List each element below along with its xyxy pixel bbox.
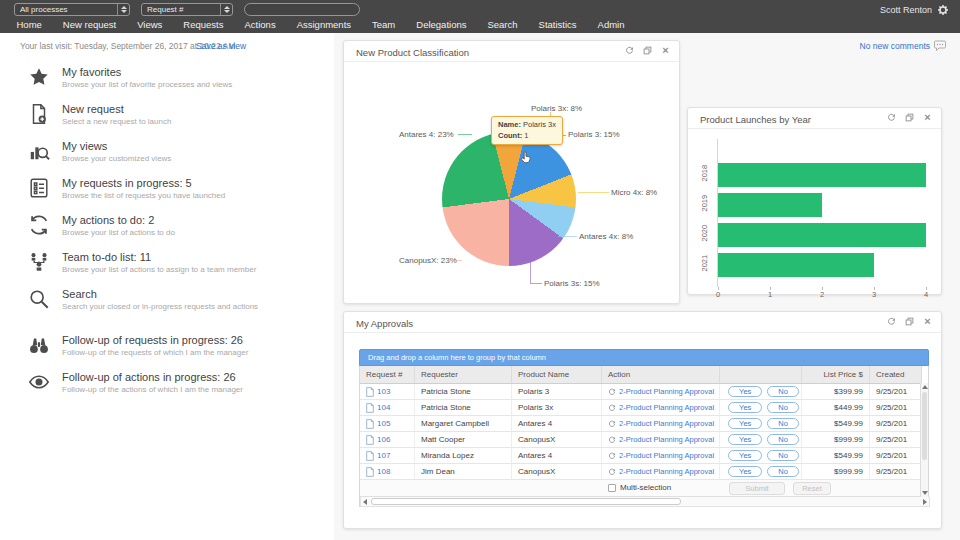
yes-button[interactable]: Yes — [728, 402, 762, 413]
request-link[interactable]: 106 — [377, 432, 390, 447]
price-cell: $449.99 — [802, 400, 870, 415]
nav-admin[interactable]: Admin — [587, 19, 635, 30]
table-row[interactable]: 104Patricia StonePolaris 3x2-Product Pla… — [360, 400, 922, 416]
bar-chart-panel: Product Launches by Year × 2018201920202… — [687, 107, 942, 295]
sidebar-item-star[interactable]: My favoritesBrowse your list of favorite… — [28, 66, 328, 90]
sidebar-item-subtitle: Browse your list of actions to assign to… — [62, 264, 256, 275]
column-header-action[interactable]: Action — [602, 366, 720, 383]
action-link[interactable]: 2-Product Planning Approval — [619, 464, 714, 479]
yes-button[interactable]: Yes — [728, 434, 762, 445]
sidebar-item-binoculars[interactable]: Follow-up of requests in progress: 26Fol… — [28, 334, 328, 358]
table-row[interactable]: 108Jim DeanCanopusX2-Product Planning Ap… — [360, 464, 922, 480]
sidebar-item-refresh[interactable]: My actions to do: 2Browse your list of a… — [28, 214, 328, 238]
sidebar-item-new-document[interactable]: New requestSelect a new request to launc… — [28, 103, 328, 127]
request-number-input[interactable] — [244, 3, 360, 16]
process-filter-select[interactable]: All processes — [14, 3, 130, 16]
request-link[interactable]: 103 — [377, 384, 390, 399]
table-row[interactable]: 103Patricia StonePolaris 32-Product Plan… — [360, 384, 922, 400]
save-as-view-link[interactable]: Save as view — [196, 41, 246, 51]
scroll-right-arrow[interactable] — [923, 499, 927, 505]
popout-icon[interactable] — [643, 46, 652, 55]
nav-assignments[interactable]: Assignments — [286, 19, 361, 30]
table-row[interactable]: 107Miranda LopezAntares 42-Product Plann… — [360, 448, 922, 464]
sidebar-item-chart-magnifier[interactable]: My viewsBrowse your customized views — [28, 140, 328, 164]
pie-slice-label: Antares 4x: 8% — [579, 232, 633, 241]
request-link[interactable]: 104 — [377, 400, 390, 415]
nav-statistics[interactable]: Statistics — [528, 19, 587, 30]
nav-team[interactable]: Team — [362, 19, 406, 30]
scroll-left-arrow[interactable] — [363, 499, 367, 505]
yes-button[interactable]: Yes — [728, 466, 762, 477]
popout-icon[interactable] — [905, 317, 914, 326]
scroll-up-arrow[interactable] — [922, 385, 928, 389]
action-cell: 2-Product Planning Approval — [602, 448, 720, 463]
column-header-list-price-[interactable]: List Price $ — [802, 366, 870, 383]
close-icon[interactable]: × — [661, 46, 670, 55]
request-link[interactable]: 105 — [377, 416, 390, 431]
sidebar-item-checklist[interactable]: My requests in progress: 5Browse the lis… — [28, 177, 328, 201]
vertical-scroll-thumb[interactable] — [922, 392, 927, 460]
request-link[interactable]: 107 — [377, 448, 390, 463]
search-field-value: Request # — [147, 5, 183, 14]
yes-button[interactable]: Yes — [728, 450, 762, 461]
group-by-drop-zone[interactable]: Drag and drop a column here to group by … — [359, 349, 929, 366]
no-button[interactable]: No — [767, 434, 799, 445]
pie-chart[interactable] — [442, 132, 576, 266]
action-link[interactable]: 2-Product Planning Approval — [619, 384, 714, 399]
nav-views[interactable]: Views — [127, 19, 173, 30]
request-id-cell: 106 — [360, 432, 415, 447]
nav-new-request[interactable]: New request — [52, 19, 126, 30]
nav-delegations[interactable]: Delegations — [406, 19, 477, 30]
column-header-decision[interactable] — [720, 366, 802, 383]
request-link[interactable]: 108 — [377, 464, 390, 479]
action-link[interactable]: 2-Product Planning Approval — [619, 400, 714, 415]
comments-link[interactable]: No new comments — [860, 40, 946, 51]
table-row[interactable]: 105Margaret CampbellAntares 42-Product P… — [360, 416, 922, 432]
close-icon[interactable]: × — [923, 317, 932, 326]
column-header-requester[interactable]: Requester — [415, 366, 512, 383]
submit-button[interactable]: Submit — [729, 482, 785, 495]
refresh-icon[interactable] — [625, 46, 634, 55]
yes-button[interactable]: Yes — [728, 418, 762, 429]
nav-home[interactable]: Home — [6, 19, 52, 30]
column-header-created[interactable]: Created — [870, 366, 922, 383]
action-link[interactable]: 2-Product Planning Approval — [619, 432, 714, 447]
action-link[interactable]: 2-Product Planning Approval — [619, 448, 714, 463]
no-button[interactable]: No — [767, 466, 799, 477]
requester-cell: Matt Cooper — [415, 432, 512, 447]
multi-selection-checkbox[interactable] — [608, 484, 616, 492]
bar-2019[interactable] — [718, 193, 822, 217]
horizontal-scroll-thumb[interactable] — [371, 498, 681, 505]
request-id-cell: 105 — [360, 416, 415, 431]
column-header-product-name[interactable]: Product Name — [512, 366, 602, 383]
nav-requests[interactable]: Requests — [173, 19, 234, 30]
search-field-select[interactable]: Request # — [141, 3, 233, 16]
no-button[interactable]: No — [767, 450, 799, 461]
nav-actions[interactable]: Actions — [234, 19, 286, 30]
bar-2020[interactable] — [718, 223, 926, 247]
no-button[interactable]: No — [767, 402, 799, 413]
requester-cell: Jim Dean — [415, 464, 512, 479]
refresh-icon[interactable] — [887, 317, 896, 326]
popout-icon[interactable] — [905, 113, 914, 122]
no-button[interactable]: No — [767, 418, 799, 429]
sidebar-item-eye[interactable]: Follow-up of actions in progress: 26Foll… — [28, 371, 328, 395]
gear-icon[interactable] — [937, 4, 949, 16]
bar-2021[interactable] — [718, 253, 874, 277]
bar-2018[interactable] — [718, 163, 926, 187]
yes-button[interactable]: Yes — [728, 386, 762, 397]
refresh-icon[interactable] — [887, 113, 896, 122]
reset-button[interactable]: Reset — [793, 482, 831, 495]
action-link[interactable]: 2-Product Planning Approval — [619, 416, 714, 431]
sidebar-item-team[interactable]: Team to-do list: 11Browse your list of a… — [28, 251, 328, 275]
nav-search[interactable]: Search — [477, 19, 528, 30]
no-button[interactable]: No — [767, 386, 799, 397]
sidebar-item-subtitle: Follow-up of the requests of which I am … — [62, 347, 248, 358]
sidebar-item-magnifier[interactable]: SearchSearch your closed or in-progress … — [28, 288, 328, 312]
requester-cell: Patricia Stone — [415, 384, 512, 399]
sidebar-item-subtitle: Browse your list of actions to do — [62, 227, 175, 238]
close-icon[interactable]: × — [923, 113, 932, 122]
column-header-request-[interactable]: Request # — [360, 366, 415, 383]
table-row[interactable]: 106Matt CooperCanopusX2-Product Planning… — [360, 432, 922, 448]
scroll-down-arrow[interactable] — [922, 491, 928, 495]
